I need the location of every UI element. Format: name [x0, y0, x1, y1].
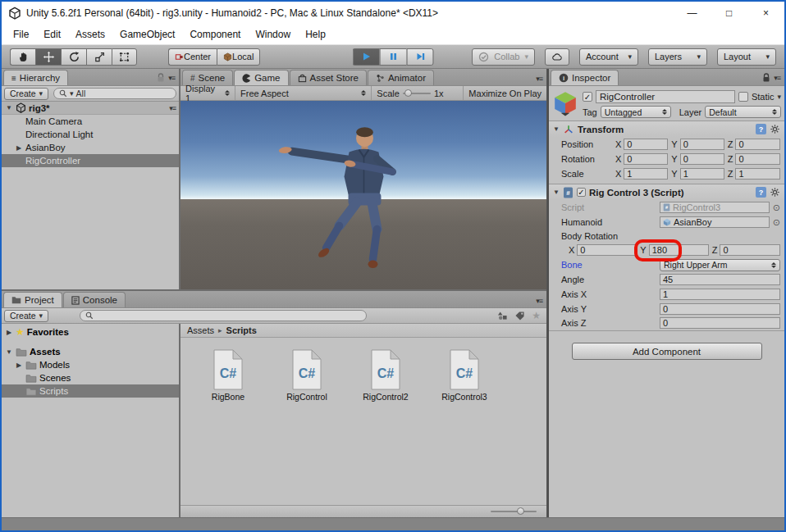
- scale-y-field[interactable]: 1: [680, 168, 724, 180]
- layer-dropdown[interactable]: Default: [705, 106, 781, 118]
- gameobject-name-field[interactable]: RigController: [596, 90, 735, 103]
- file-rigbone[interactable]: C# RigBone: [202, 349, 254, 402]
- collab-button[interactable]: Collab ▾: [472, 48, 535, 66]
- layers-dropdown[interactable]: Layers ▾: [648, 48, 707, 66]
- rotation-x-field[interactable]: 0: [624, 153, 668, 165]
- breadcrumb-scripts[interactable]: Scripts: [226, 325, 257, 335]
- maximize-on-play-button[interactable]: Maximize On Play: [464, 86, 546, 100]
- position-y-field[interactable]: 0: [680, 139, 724, 150]
- static-dropdown-icon[interactable]: ▾: [777, 93, 781, 101]
- menu-file[interactable]: File: [7, 26, 35, 43]
- layout-dropdown[interactable]: Layout ▾: [717, 48, 776, 66]
- game-viewport[interactable]: [181, 101, 546, 289]
- rotation-z-field[interactable]: 0: [735, 153, 780, 165]
- search-by-type-icon[interactable]: [497, 311, 508, 321]
- tree-item-favorites[interactable]: ▶ ★ Favorites: [2, 325, 179, 339]
- hierarchy-create-button[interactable]: Create ▾: [4, 88, 48, 100]
- rect-tool-button[interactable]: [112, 48, 137, 66]
- tab-inspector[interactable]: i Inspector: [551, 70, 619, 85]
- gear-icon[interactable]: [770, 124, 780, 134]
- tab-animator[interactable]: Animator: [368, 70, 434, 85]
- scale-x-field[interactable]: 1: [624, 168, 668, 180]
- component-enabled-checkbox[interactable]: ✓: [577, 188, 586, 197]
- hand-tool-button[interactable]: [10, 48, 35, 66]
- tab-project[interactable]: Project: [3, 292, 62, 307]
- foldout-icon[interactable]: ▶: [15, 144, 23, 152]
- file-rigcontrol[interactable]: C# RigControl: [281, 349, 333, 402]
- close-button[interactable]: ×: [747, 2, 784, 25]
- hierarchy-item-main-camera[interactable]: Main Camera: [2, 115, 179, 128]
- script-object-field[interactable]: # RigControl3: [660, 202, 770, 213]
- minimize-button[interactable]: —: [674, 2, 711, 25]
- body-rotation-y-field[interactable]: 180: [649, 244, 709, 256]
- cloud-button[interactable]: [545, 48, 569, 66]
- object-picker-icon[interactable]: ⊙: [773, 202, 780, 213]
- tree-item-scripts[interactable]: Scripts: [2, 384, 179, 398]
- tab-hierarchy[interactable]: ≡ Hierarchy: [3, 70, 68, 85]
- tag-dropdown[interactable]: Untagged: [601, 106, 671, 118]
- help-icon[interactable]: ?: [756, 124, 766, 134]
- project-search-input[interactable]: [80, 310, 367, 321]
- tab-asset-store[interactable]: Asset Store: [290, 70, 367, 85]
- tab-game[interactable]: Game: [234, 70, 288, 85]
- angle-field[interactable]: 45: [660, 274, 780, 285]
- foldout-icon[interactable]: ▼: [553, 189, 560, 196]
- breadcrumb-assets[interactable]: Assets: [187, 325, 214, 335]
- pivot-local-button[interactable]: Local: [217, 48, 260, 66]
- humanoid-object-field[interactable]: AsianBoy: [660, 216, 770, 228]
- menu-gameobject[interactable]: GameObject: [113, 26, 181, 43]
- rotation-y-field[interactable]: 0: [680, 153, 724, 165]
- transform-header[interactable]: ▼ Transform ?: [549, 120, 784, 137]
- body-rotation-z-field[interactable]: 0: [720, 244, 780, 256]
- foldout-icon[interactable]: ▼: [5, 348, 13, 356]
- play-button[interactable]: [353, 48, 380, 66]
- scale-slider[interactable]: [403, 93, 431, 94]
- foldout-icon[interactable]: ▼: [5, 104, 13, 111]
- body-rotation-x-field[interactable]: 0: [577, 244, 637, 256]
- tree-item-scenes[interactable]: Scenes: [2, 371, 179, 384]
- file-rigcontrol3[interactable]: C# RigControl3: [438, 349, 491, 402]
- menu-window[interactable]: Window: [249, 26, 297, 43]
- position-x-field[interactable]: 0: [624, 139, 668, 150]
- tree-item-models[interactable]: ▶ Models: [2, 358, 179, 371]
- project-create-button[interactable]: Create ▾: [4, 310, 48, 322]
- scene-menu-icon[interactable]: ▾≡: [169, 104, 176, 112]
- static-checkbox[interactable]: [738, 92, 748, 102]
- axis-y-field[interactable]: 0: [660, 303, 780, 315]
- pivot-center-button[interactable]: Center: [168, 48, 217, 66]
- object-picker-icon[interactable]: ⊙: [773, 217, 780, 228]
- icon-size-slider[interactable]: [491, 511, 537, 512]
- maximize-button[interactable]: □: [711, 2, 747, 25]
- scale-tool-button[interactable]: [86, 48, 112, 66]
- menu-component[interactable]: Component: [183, 26, 247, 43]
- position-z-field[interactable]: 0: [735, 139, 780, 150]
- pause-button[interactable]: [380, 48, 407, 66]
- rotate-tool-button[interactable]: [61, 48, 86, 66]
- lock-icon[interactable]: [762, 73, 770, 83]
- move-tool-button[interactable]: [35, 48, 61, 66]
- add-component-button[interactable]: Add Component: [572, 343, 762, 360]
- file-rigcontrol2[interactable]: C# RigControl2: [359, 349, 412, 402]
- tab-console[interactable]: Console: [63, 292, 126, 307]
- help-icon[interactable]: ?: [756, 187, 766, 198]
- pane-menu-icon[interactable]: ▾≡: [774, 74, 780, 82]
- active-checkbox[interactable]: ✓: [583, 92, 592, 102]
- foldout-icon[interactable]: ▼: [553, 125, 560, 133]
- pane-menu-icon[interactable]: ▾≡: [536, 297, 542, 305]
- menu-assets[interactable]: Assets: [69, 26, 112, 43]
- search-by-label-icon[interactable]: [514, 311, 525, 321]
- hierarchy-item-rigcontroller[interactable]: RigController: [2, 154, 179, 167]
- hierarchy-item-directional-light[interactable]: Directional Light: [2, 128, 179, 141]
- menu-help[interactable]: Help: [299, 26, 332, 43]
- lock-icon[interactable]: [157, 73, 165, 83]
- tree-item-assets[interactable]: ▼ Assets: [2, 345, 179, 358]
- gear-icon[interactable]: [770, 187, 780, 198]
- bone-dropdown[interactable]: Right Upper Arm: [660, 259, 780, 271]
- favorites-filter-icon[interactable]: ★: [532, 310, 541, 321]
- step-button[interactable]: [407, 48, 434, 66]
- foldout-icon[interactable]: ▶: [5, 329, 13, 336]
- rig-control-header[interactable]: ▼ # ✓ Rig Control 3 (Script) ?: [549, 184, 784, 200]
- hierarchy-item-asianboy[interactable]: ▶ AsianBoy: [2, 141, 179, 154]
- pane-menu-icon[interactable]: ▾≡: [168, 74, 175, 82]
- pane-menu-icon[interactable]: ▾≡: [536, 75, 542, 83]
